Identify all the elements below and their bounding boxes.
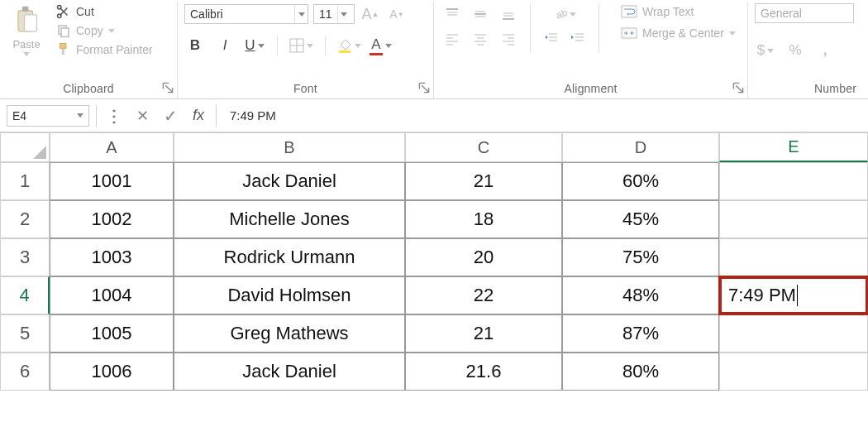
formula-input[interactable] [223, 105, 861, 127]
dialog-launcher-clipboard[interactable] [162, 82, 174, 94]
align-top-button[interactable] [441, 3, 464, 25]
font-color-button[interactable]: A [370, 35, 392, 56]
cell-E6[interactable] [719, 353, 868, 391]
decrease-font-button[interactable]: A▼ [386, 3, 408, 25]
increase-indent-button[interactable] [567, 27, 589, 49]
vertical-dots-icon: ⋮ [103, 105, 125, 127]
cell-D3[interactable]: 75% [562, 238, 719, 276]
cell-A1[interactable]: 1001 [50, 162, 174, 200]
cell-C6[interactable]: 21.6 [405, 353, 562, 391]
col-header-C[interactable]: C [405, 132, 562, 162]
cut-button[interactable]: Cut [53, 3, 156, 20]
underline-button[interactable]: U [244, 35, 265, 56]
format-painter-button[interactable]: Format Painter [53, 41, 156, 58]
select-all-corner[interactable] [0, 132, 50, 162]
font-size-value: 11 [314, 7, 337, 21]
align-middle-button[interactable] [469, 3, 492, 25]
borders-button[interactable] [289, 35, 313, 56]
separator [599, 3, 599, 53]
svg-rect-12 [339, 50, 351, 53]
merge-center-button[interactable]: Merge & Center [618, 25, 739, 41]
cell-B5[interactable]: Greg Mathews [174, 314, 405, 353]
row-header-6[interactable]: 6 [0, 353, 50, 391]
cell-E5[interactable] [719, 314, 868, 353]
paste-button[interactable]: Paste [7, 3, 46, 56]
align-center-button[interactable] [469, 28, 492, 50]
align-bottom-icon [501, 7, 516, 22]
cell-A5[interactable]: 1005 [50, 314, 174, 353]
cell-B6[interactable]: Jack Daniel [174, 353, 405, 391]
align-center-icon [473, 31, 488, 46]
col-header-E[interactable]: E [719, 132, 868, 162]
row-header-5[interactable]: 5 [0, 314, 50, 353]
cell-E4[interactable]: 7:49 PM [719, 276, 868, 314]
cell-A4[interactable]: 1004 [50, 276, 174, 314]
dialog-launcher-font[interactable] [418, 82, 430, 94]
cell-E4-value: 7:49 PM [728, 285, 796, 306]
accounting-format-button[interactable]: $ [755, 40, 776, 61]
decrease-indent-button[interactable] [541, 27, 562, 49]
cell-D2[interactable]: 45% [562, 200, 719, 238]
group-label-clipboard: Clipboard [7, 80, 170, 98]
row-header-2[interactable]: 2 [0, 200, 50, 238]
cell-C3[interactable]: 20 [405, 238, 562, 276]
enter-edit-button[interactable]: ✓ [160, 105, 181, 127]
cell-D4[interactable]: 48% [562, 276, 719, 314]
align-right-button[interactable] [497, 28, 520, 50]
cell-E3[interactable] [719, 238, 868, 276]
copy-button[interactable]: Copy [53, 22, 156, 39]
merge-icon [621, 26, 637, 41]
cell-D5[interactable]: 87% [562, 314, 719, 353]
font-family-value: Calibri [185, 7, 228, 21]
cell-D1[interactable]: 60% [562, 162, 719, 200]
wrap-text-button[interactable]: Wrap Text [618, 3, 739, 20]
chevron-down-icon [385, 44, 392, 48]
separator [530, 3, 531, 53]
cell-D6[interactable]: 80% [562, 353, 719, 391]
x-icon: ✕ [136, 107, 149, 125]
cell-E2[interactable] [719, 200, 868, 238]
cell-A3[interactable]: 1003 [50, 238, 174, 276]
font-size-combo[interactable]: 11 [313, 4, 355, 24]
font-family-combo[interactable]: Calibri [184, 4, 308, 24]
align-bottom-button[interactable] [497, 3, 520, 25]
comma-format-button[interactable]: , [814, 40, 836, 61]
cell-C1[interactable]: 21 [405, 162, 562, 200]
col-header-A[interactable]: A [50, 132, 174, 162]
cancel-edit-button[interactable]: ✕ [131, 105, 153, 127]
cell-B1[interactable]: Jack Daniel [174, 162, 405, 200]
col-header-B[interactable]: B [174, 132, 405, 162]
orientation-button[interactable]: ab [541, 3, 589, 25]
fill-color-button[interactable] [337, 35, 361, 56]
chevron-down-icon [294, 5, 308, 23]
row-header-4[interactable]: 4 [0, 276, 50, 314]
svg-point-4 [58, 6, 62, 10]
row-header-3[interactable]: 3 [0, 238, 50, 276]
cell-B3[interactable]: Rodrick Urmann [174, 238, 405, 276]
cell-C2[interactable]: 18 [405, 200, 562, 238]
bold-button[interactable]: B [184, 35, 206, 56]
increase-font-button[interactable]: A▲ [360, 3, 381, 25]
spreadsheet-grid[interactable]: A B C D E 1 1001 Jack Daniel 21 60% 2 10… [0, 132, 868, 391]
chevron-down-icon [355, 44, 361, 48]
cell-A2[interactable]: 1002 [50, 200, 174, 238]
percent-format-button[interactable]: % [785, 40, 806, 61]
number-format-combo[interactable]: General [755, 3, 854, 23]
row-header-1[interactable]: 1 [0, 162, 50, 200]
chevron-down-icon [23, 52, 30, 56]
cell-B4[interactable]: David Holmsen [174, 276, 405, 314]
dialog-launcher-alignment[interactable] [732, 82, 744, 94]
align-left-icon [445, 31, 460, 46]
col-header-D[interactable]: D [562, 132, 719, 162]
align-left-button[interactable] [441, 28, 464, 50]
cell-E1[interactable] [719, 162, 868, 200]
wrap-text-icon [621, 4, 637, 19]
cell-A6[interactable]: 1006 [50, 353, 174, 391]
svg-rect-8 [62, 49, 64, 55]
cell-C4[interactable]: 22 [405, 276, 562, 314]
italic-button[interactable]: I [214, 35, 236, 56]
cell-B2[interactable]: Michelle Jones [174, 200, 405, 238]
name-box[interactable]: E4 [7, 105, 89, 127]
cell-C5[interactable]: 21 [405, 314, 562, 353]
insert-function-button[interactable]: fx [188, 105, 209, 127]
